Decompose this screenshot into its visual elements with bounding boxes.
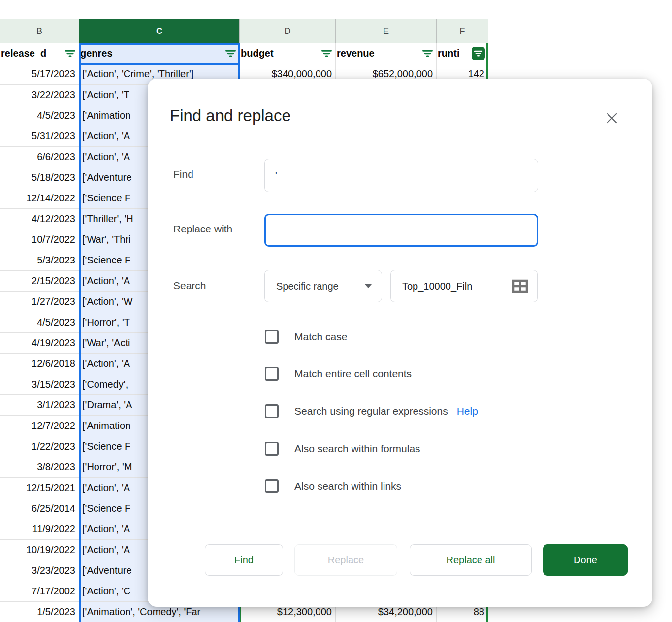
cell-release_date[interactable]: 12/7/2022 <box>0 416 79 436</box>
cell-release_date[interactable]: 5/3/2023 <box>0 250 79 271</box>
cell-release_date[interactable]: 4/12/2023 <box>0 209 79 229</box>
done-button[interactable]: Done <box>543 544 628 576</box>
header-label: budget <box>241 48 274 59</box>
replace-all-button[interactable]: Replace all <box>410 544 532 576</box>
cell-release_date[interactable]: 5/31/2023 <box>0 126 79 147</box>
regex-row: Search using regular expressions Help <box>265 404 478 418</box>
search-scope-value: Specific range <box>276 281 339 292</box>
filter-icon[interactable] <box>225 49 236 58</box>
column-header-C[interactable]: C <box>79 19 240 43</box>
cell-release_date[interactable]: 1/22/2023 <box>0 436 79 457</box>
match-entire-cell-label[interactable]: Match entire cell contents <box>294 368 412 380</box>
cell-release_date[interactable]: 2/15/2023 <box>0 271 79 292</box>
header-cell-runti[interactable]: runti <box>437 43 488 64</box>
field-header-row: release_d genres budget revenue runti <box>0 43 488 64</box>
header-label: revenue <box>337 48 375 59</box>
search-formulas-checkbox[interactable] <box>265 442 279 456</box>
cell-release_date[interactable]: 12/15/2021 <box>0 478 79 498</box>
header-cell-budget[interactable]: budget <box>240 43 336 64</box>
cell-release_date[interactable]: 6/6/2023 <box>0 147 79 167</box>
chevron-down-icon <box>365 284 372 288</box>
cell-release_date[interactable]: 7/17/2002 <box>0 581 79 602</box>
cell-release_date[interactable]: 6/25/2014 <box>0 498 79 519</box>
dialog-title: Find and replace <box>170 106 291 125</box>
regex-checkbox[interactable] <box>265 404 279 418</box>
select-data-range-icon[interactable] <box>512 279 528 293</box>
find-input[interactable]: ' <box>264 159 538 192</box>
range-input[interactable]: Top_10000_Filn <box>390 270 538 302</box>
regex-label[interactable]: Search using regular expressions <box>294 405 448 417</box>
search-links-label[interactable]: Also search within links <box>294 480 401 492</box>
cell-release_date[interactable]: 10/19/2022 <box>0 540 79 560</box>
cell-release_date[interactable]: 12/6/2018 <box>0 354 79 374</box>
cell-release_date[interactable]: 1/5/2023 <box>0 602 79 622</box>
cell-release_date[interactable]: 3/8/2023 <box>0 457 79 478</box>
match-case-checkbox[interactable] <box>265 330 279 344</box>
search-links-row: Also search within links <box>265 479 401 493</box>
search-links-checkbox[interactable] <box>265 479 279 493</box>
header-cell-genres[interactable]: genres <box>79 43 240 64</box>
replace-button[interactable]: Replace <box>294 544 397 576</box>
column-header-E[interactable]: E <box>336 19 437 43</box>
column-header-F[interactable]: F <box>437 19 488 43</box>
cell-release_date[interactable]: 10/7/2022 <box>0 229 79 250</box>
cell-release_date[interactable]: 4/5/2023 <box>0 312 79 333</box>
cell-release_date[interactable]: 4/19/2023 <box>0 333 79 354</box>
cell-release_date[interactable]: 12/14/2022 <box>0 188 79 209</box>
replace-with-input[interactable] <box>264 214 538 247</box>
column-header-B[interactable]: B <box>0 19 79 43</box>
column-header-D[interactable]: D <box>240 19 336 43</box>
cell-release_date[interactable]: 3/22/2023 <box>0 85 79 105</box>
range-value: Top_10000_Filn <box>402 281 508 292</box>
search-label: Search <box>173 280 206 292</box>
header-label: runti <box>438 48 459 59</box>
find-button[interactable]: Find <box>205 544 283 576</box>
cell-release_date[interactable]: 3/23/2023 <box>0 560 79 581</box>
search-scope-dropdown[interactable]: Specific range <box>264 270 382 302</box>
cell-release_date[interactable]: 3/15/2023 <box>0 374 79 395</box>
find-input-value: ' <box>275 170 277 181</box>
search-formulas-row: Also search within formulas <box>265 442 420 456</box>
header-label: genres <box>80 48 113 59</box>
match-entire-cell-row: Match entire cell contents <box>265 367 412 381</box>
find-and-replace-dialog: Find and replace Find ' Replace with Sea… <box>148 79 652 607</box>
search-formulas-label[interactable]: Also search within formulas <box>294 443 420 455</box>
filter-icon[interactable] <box>422 49 433 58</box>
header-cell-release_d[interactable]: release_d <box>0 43 79 64</box>
cell-release_date[interactable]: 4/5/2023 <box>0 105 79 126</box>
match-case-row: Match case <box>265 330 347 344</box>
match-case-label[interactable]: Match case <box>294 331 347 343</box>
header-cell-revenue[interactable]: revenue <box>336 43 437 64</box>
find-label: Find <box>173 168 193 180</box>
cell-release_date[interactable]: 11/9/2022 <box>0 519 79 540</box>
help-link[interactable]: Help <box>457 405 478 417</box>
match-entire-cell-checkbox[interactable] <box>265 367 279 381</box>
column-letter-strip: BCDEF <box>0 19 488 43</box>
cell-release_date[interactable]: 5/17/2023 <box>0 64 79 85</box>
close-icon[interactable] <box>603 109 621 127</box>
active-filter-icon[interactable] <box>472 47 485 60</box>
cell-release_date[interactable]: 1/27/2023 <box>0 292 79 312</box>
filter-icon[interactable] <box>321 49 332 58</box>
cell-release_date[interactable]: 5/18/2023 <box>0 167 79 188</box>
cell-release_date[interactable]: 3/1/2023 <box>0 395 79 416</box>
replace-with-label: Replace with <box>173 223 232 235</box>
header-label: release_d <box>1 48 46 59</box>
filter-icon[interactable] <box>64 49 76 58</box>
